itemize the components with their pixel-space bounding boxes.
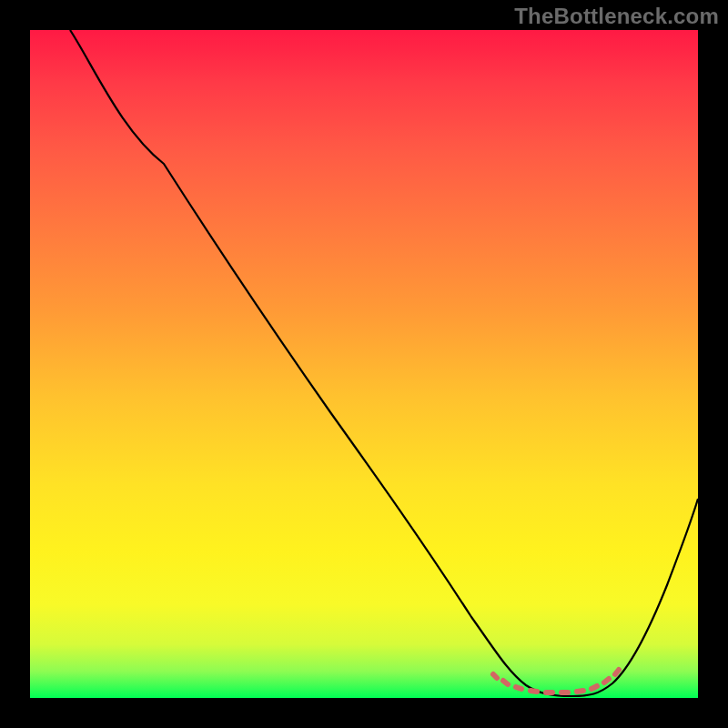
svg-line-9 [615, 670, 619, 674]
svg-line-1 [503, 681, 508, 684]
svg-line-3 [531, 691, 537, 692]
plot-area [30, 30, 698, 698]
svg-line-6 [577, 691, 583, 692]
svg-line-7 [592, 686, 597, 689]
bottleneck-curve [70, 30, 698, 696]
watermark-text: TheBottleneck.com [514, 4, 719, 29]
svg-line-0 [493, 674, 497, 678]
svg-line-2 [516, 687, 521, 689]
chart-frame: TheBottleneck.com [0, 0, 728, 728]
svg-line-8 [604, 679, 609, 682]
chart-svg [30, 30, 698, 698]
